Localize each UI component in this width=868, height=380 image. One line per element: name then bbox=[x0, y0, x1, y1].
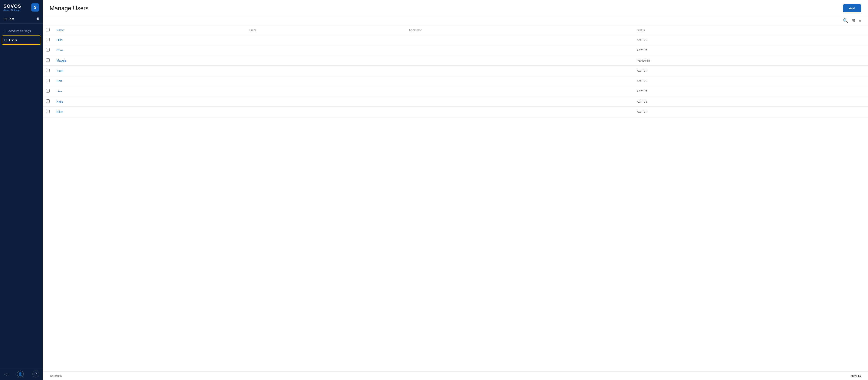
org-arrows-icon[interactable]: ⇅ bbox=[36, 17, 39, 21]
brand-text: SOVOS Admin Settings bbox=[3, 4, 21, 11]
profile-icon: 👤 bbox=[18, 372, 23, 376]
row-checkbox[interactable] bbox=[46, 38, 50, 41]
row-checkbox[interactable] bbox=[46, 48, 50, 52]
row-checkbox-cell bbox=[43, 86, 53, 96]
org-name: UX Test bbox=[3, 17, 14, 21]
col-username: Username bbox=[406, 25, 633, 35]
collapse-icon[interactable]: ◁ bbox=[3, 371, 8, 377]
row-name[interactable]: Ellen bbox=[53, 107, 246, 117]
row-status: ACTIVE bbox=[633, 76, 868, 86]
columns-icon[interactable]: ⊞ bbox=[851, 18, 855, 23]
row-email bbox=[246, 35, 406, 45]
table-body: Lillie ACTIVE Chris ACTIVE Maggie PENDIN… bbox=[43, 35, 868, 117]
row-name[interactable]: Lisa bbox=[53, 86, 246, 96]
row-checkbox-cell bbox=[43, 66, 53, 76]
brand-subtitle: Admin Settings bbox=[3, 9, 21, 11]
table-row[interactable]: Dan ACTIVE bbox=[43, 76, 868, 86]
help-button[interactable]: ? bbox=[32, 371, 39, 377]
profile-button[interactable]: 👤 bbox=[17, 371, 24, 377]
row-username bbox=[406, 66, 633, 76]
row-checkbox[interactable] bbox=[46, 79, 50, 82]
row-username bbox=[406, 107, 633, 117]
table-row[interactable]: Maggie PENDING bbox=[43, 55, 868, 66]
row-email bbox=[246, 76, 406, 86]
brand-logo-icon: S bbox=[31, 3, 39, 11]
row-status: PENDING bbox=[633, 55, 868, 66]
row-status: ACTIVE bbox=[633, 66, 868, 76]
table-row[interactable]: Lillie ACTIVE bbox=[43, 35, 868, 45]
row-email bbox=[246, 86, 406, 96]
row-status: ACTIVE bbox=[633, 45, 868, 55]
users-table: Name Email Username Status L bbox=[43, 25, 868, 117]
row-email bbox=[246, 107, 406, 117]
row-username bbox=[406, 76, 633, 86]
row-checkbox-cell bbox=[43, 107, 53, 117]
select-all-checkbox[interactable] bbox=[46, 28, 50, 31]
show-label: show 50 bbox=[851, 374, 861, 377]
sidebar-header: SOVOS Admin Settings S bbox=[0, 0, 43, 14]
add-button[interactable]: Add bbox=[843, 4, 861, 12]
row-status: ACTIVE bbox=[633, 35, 868, 45]
row-status: ACTIVE bbox=[633, 86, 868, 96]
sidebar: SOVOS Admin Settings S UX Test ⇅ ⊞ Accou… bbox=[0, 0, 43, 380]
users-icon: ⊟ bbox=[4, 38, 7, 42]
row-checkbox[interactable] bbox=[46, 58, 50, 62]
select-all-header bbox=[43, 25, 53, 35]
row-email bbox=[246, 55, 406, 66]
show-count: 50 bbox=[858, 374, 861, 377]
table-header: Name Email Username Status bbox=[43, 25, 868, 35]
row-email bbox=[246, 96, 406, 107]
sidebar-item-account-settings-label: Account Settings bbox=[8, 29, 31, 33]
main-footer: 12 results show 50 bbox=[43, 372, 868, 380]
row-name[interactable]: Katie bbox=[53, 96, 246, 107]
table-row[interactable]: Katie ACTIVE bbox=[43, 96, 868, 107]
page-title: Manage Users bbox=[50, 5, 89, 12]
main-content: Manage Users Add 🔍 ⊞ ≡ Name Email bbox=[43, 0, 868, 380]
search-icon[interactable]: 🔍 bbox=[843, 18, 848, 23]
row-checkbox-cell bbox=[43, 45, 53, 55]
row-checkbox-cell bbox=[43, 35, 53, 45]
row-name[interactable]: Scott bbox=[53, 66, 246, 76]
row-name[interactable]: Chris bbox=[53, 45, 246, 55]
row-name[interactable]: Dan bbox=[53, 76, 246, 86]
col-name[interactable]: Name bbox=[53, 25, 246, 35]
row-status: ACTIVE bbox=[633, 96, 868, 107]
row-username bbox=[406, 35, 633, 45]
table-row[interactable]: Chris ACTIVE bbox=[43, 45, 868, 55]
col-status: Status bbox=[633, 25, 868, 35]
sidebar-item-users[interactable]: ⊟ Users bbox=[2, 35, 41, 45]
sidebar-nav: ⊞ Account Settings ⊟ Users bbox=[0, 24, 43, 368]
main-header: Manage Users Add bbox=[43, 0, 868, 16]
row-name[interactable]: Lillie bbox=[53, 35, 246, 45]
row-checkbox-cell bbox=[43, 55, 53, 66]
row-checkbox[interactable] bbox=[46, 109, 50, 113]
brand-name: SOVOS bbox=[3, 4, 21, 9]
row-username bbox=[406, 45, 633, 55]
org-selector[interactable]: UX Test ⇅ bbox=[0, 14, 43, 24]
table-row[interactable]: Scott ACTIVE bbox=[43, 66, 868, 76]
toolbar: 🔍 ⊞ ≡ bbox=[43, 16, 868, 25]
sidebar-footer: ◁ 👤 ? bbox=[0, 368, 43, 380]
sidebar-item-account-settings[interactable]: ⊞ Account Settings bbox=[0, 26, 43, 35]
row-status: ACTIVE bbox=[633, 107, 868, 117]
help-icon: ? bbox=[35, 372, 37, 376]
row-email bbox=[246, 45, 406, 55]
col-email: Email bbox=[246, 25, 406, 35]
row-checkbox-cell bbox=[43, 96, 53, 107]
table-row[interactable]: Ellen ACTIVE bbox=[43, 107, 868, 117]
sidebar-item-users-label: Users bbox=[9, 38, 17, 42]
row-email bbox=[246, 66, 406, 76]
table-container: Name Email Username Status L bbox=[43, 25, 868, 372]
account-settings-icon: ⊞ bbox=[3, 29, 6, 33]
row-checkbox[interactable] bbox=[46, 89, 50, 93]
row-username bbox=[406, 55, 633, 66]
table-row[interactable]: Lisa ACTIVE bbox=[43, 86, 868, 96]
row-checkbox[interactable] bbox=[46, 99, 50, 103]
row-checkbox[interactable] bbox=[46, 69, 50, 72]
results-count: 12 results bbox=[50, 374, 62, 377]
row-name[interactable]: Maggie bbox=[53, 55, 246, 66]
row-username bbox=[406, 86, 633, 96]
row-checkbox-cell bbox=[43, 76, 53, 86]
filter-icon[interactable]: ≡ bbox=[859, 18, 861, 23]
row-username bbox=[406, 96, 633, 107]
